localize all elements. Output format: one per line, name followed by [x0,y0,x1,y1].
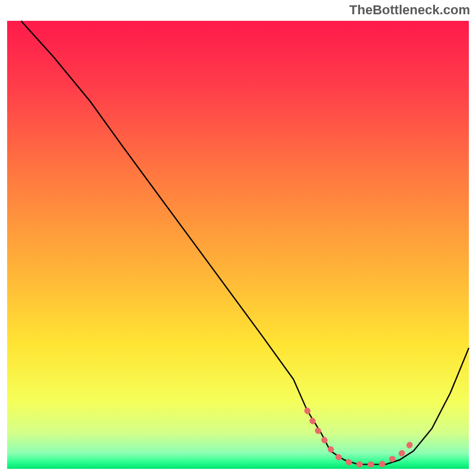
gradient-background [7,21,469,469]
chart-container: TheBottleneck.com [0,0,476,476]
plot-area [7,21,469,469]
bottleneck-chart [0,0,476,476]
